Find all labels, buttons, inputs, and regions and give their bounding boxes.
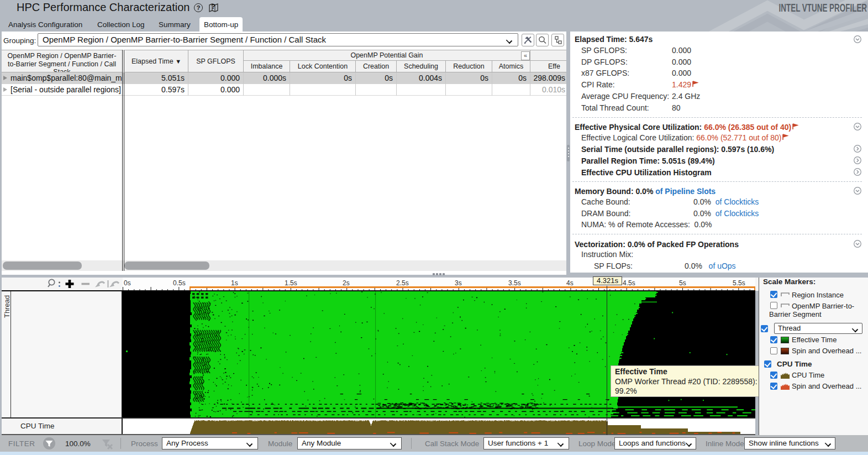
svg-text:?: ? [211, 3, 215, 11]
